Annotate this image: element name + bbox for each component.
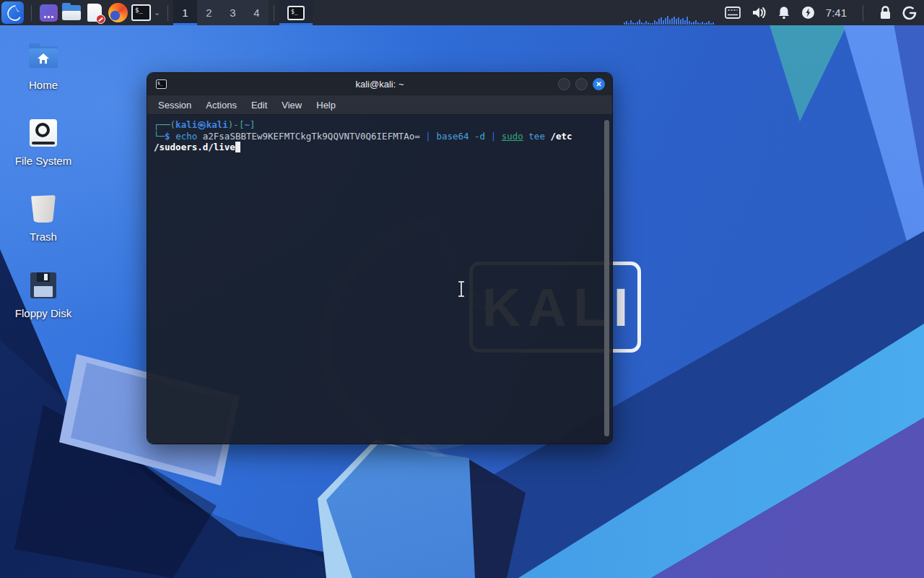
- panel-separator: [167, 5, 168, 21]
- maximize-button[interactable]: [575, 78, 588, 90]
- desktop-icon-label: Floppy Disk: [4, 307, 83, 319]
- launcher-firefox[interactable]: [106, 1, 129, 25]
- workspace-2[interactable]: 2: [197, 0, 221, 25]
- menu-item-session[interactable]: Session: [152, 98, 198, 113]
- terminal-window: $_ kali@kali: ~ ✕ SessionActionsEditView…: [147, 72, 613, 444]
- text-editor-icon: [87, 4, 102, 22]
- notification-bell-icon[interactable]: [777, 6, 790, 20]
- terminal-icon: $_: [131, 4, 151, 21]
- file-manager-icon: [62, 5, 81, 20]
- chevron-down-icon[interactable]: ⌄: [154, 8, 160, 17]
- terminal-line: └─$ echo a2FsaSBBTEw9KEFMTCkgTk9QQVNTV0Q…: [154, 131, 602, 142]
- desktop-icon-label: Trash: [4, 230, 83, 243]
- input-method-icon[interactable]: [725, 7, 741, 19]
- network-monitor-graph[interactable]: [624, 0, 715, 25]
- taskbar-item-terminal[interactable]: $_: [279, 0, 313, 25]
- desktop-icon-trash[interactable]: Trash: [4, 194, 83, 243]
- logout-session-icon[interactable]: [902, 6, 917, 20]
- trash-bin-icon: [4, 194, 83, 224]
- terminal-menubar: SessionActionsEditViewHelp: [147, 95, 612, 115]
- clock[interactable]: 7:41: [826, 7, 847, 19]
- desktop-icon-filesystem[interactable]: File System: [4, 118, 83, 167]
- window-title: kali@kali: ~: [147, 79, 612, 90]
- home-folder-icon: [4, 42, 83, 72]
- volume-icon[interactable]: [751, 6, 767, 20]
- terminal-line: /sudoers.d/live: [154, 142, 602, 153]
- floppy-disk-icon: [4, 270, 83, 301]
- app-finder-icon: [40, 4, 58, 22]
- close-button[interactable]: ✕: [593, 78, 605, 90]
- filesystem-drive-icon: [4, 118, 83, 148]
- terminal-output[interactable]: ┌──(kali㉿kali)-[~]└─$ echo a2FsaSBBTEw9K…: [147, 115, 612, 444]
- terminal-line: ┌──(kali㉿kali)-[~]: [154, 119, 602, 131]
- panel-separator: [863, 5, 863, 21]
- menu-item-actions[interactable]: Actions: [199, 98, 243, 113]
- workspace-3[interactable]: 3: [221, 0, 245, 25]
- workspace-switcher: 1234: [173, 0, 269, 25]
- panel-separator: [31, 5, 32, 21]
- menu-item-help[interactable]: Help: [310, 98, 342, 113]
- desktop-icon-floppy[interactable]: Floppy Disk: [4, 270, 83, 319]
- menu-item-view[interactable]: View: [275, 98, 308, 113]
- workspace-4[interactable]: 4: [245, 0, 269, 25]
- kali-dragon-icon: [5, 5, 21, 21]
- desktop-icon-label: File System: [4, 155, 83, 167]
- system-tray: 7:41: [725, 5, 917, 21]
- power-manager-icon[interactable]: [801, 6, 815, 20]
- minimize-button[interactable]: [558, 78, 570, 90]
- panel-separator: [274, 5, 274, 21]
- applications-menu-button[interactable]: [1, 1, 24, 24]
- desktop-icon-home[interactable]: Home: [4, 42, 83, 91]
- terminal-scrollbar[interactable]: [604, 120, 609, 436]
- launcher-text-editor[interactable]: [83, 1, 106, 25]
- ibeam-cursor: [456, 280, 466, 298]
- top-panel: $_ ⌄ 1234 $_ 7:41: [0, 0, 924, 25]
- launcher-app-finder[interactable]: [37, 1, 60, 25]
- lock-screen-icon[interactable]: [879, 6, 892, 20]
- workspace-1[interactable]: 1: [173, 0, 197, 25]
- menu-item-edit[interactable]: Edit: [245, 98, 274, 113]
- launcher-terminal[interactable]: $_ ⌄: [129, 1, 162, 25]
- launcher-file-manager[interactable]: [60, 1, 83, 25]
- firefox-icon: [108, 3, 128, 22]
- terminal-icon: $_: [287, 6, 305, 20]
- desktop-icon-label: Home: [4, 79, 83, 91]
- window-titlebar[interactable]: $_ kali@kali: ~ ✕: [147, 73, 612, 95]
- house-icon: [37, 53, 50, 64]
